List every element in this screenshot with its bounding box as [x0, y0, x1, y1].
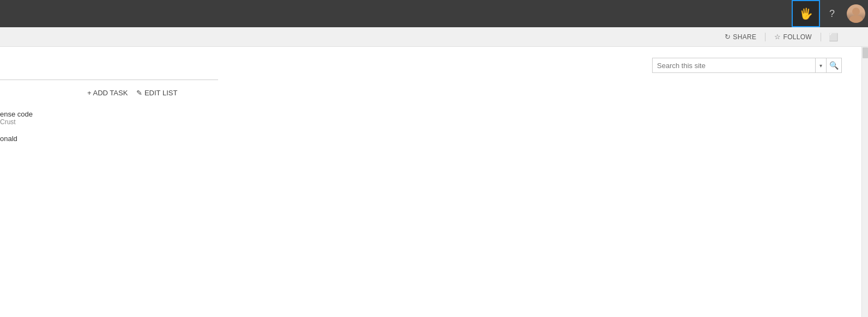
list-item: ense code Crust [0, 106, 229, 128]
search-area: ▾ 🔍 [652, 58, 842, 73]
hand-icon: 🖐 [799, 7, 813, 20]
scrollbar[interactable] [861, 47, 868, 317]
task-title-2: onald [0, 135, 229, 143]
hand-button[interactable]: 🖐 [792, 0, 820, 27]
sub-bar: ↻ SHARE ☆ FOLLOW ⬜ [0, 27, 868, 47]
task-title-1: ense code [0, 110, 229, 118]
fullscreen-icon: ⬜ [829, 33, 838, 41]
sub-bar-actions: ↻ SHARE ☆ FOLLOW ⬜ [720, 29, 841, 45]
search-icon: 🔍 [829, 61, 839, 70]
top-bar-actions: 🖐 ? [792, 0, 868, 27]
task-list: ense code Crust onald [0, 101, 229, 145]
separator-2 [821, 33, 821, 41]
edit-list-label: ✎ EDIT LIST [136, 89, 177, 97]
share-icon: ↻ [725, 33, 731, 41]
left-content: + ADD TASK ✎ EDIT LIST ense code Crust o… [0, 47, 229, 317]
share-button[interactable]: ↻ SHARE [720, 31, 761, 43]
follow-button[interactable]: ☆ FOLLOW [770, 31, 816, 43]
help-button[interactable]: ? [820, 0, 844, 27]
search-input[interactable] [653, 58, 815, 72]
follow-icon: ☆ [774, 33, 781, 41]
help-icon: ? [829, 8, 835, 20]
scrollbar-thumb [863, 47, 868, 58]
add-task-label: + ADD TASK [87, 89, 128, 97]
separator [765, 33, 765, 41]
share-label: SHARE [733, 33, 756, 41]
task-subtitle-1: Crust [0, 118, 229, 126]
list-item: onald [0, 128, 229, 145]
chevron-down-icon: ▾ [819, 63, 822, 69]
divider-line [0, 80, 218, 80]
main-content: ▾ 🔍 + ADD TASK ✎ EDIT LIST ense code Cru… [0, 47, 868, 317]
search-button[interactable]: 🔍 [827, 58, 842, 73]
avatar-circle [847, 4, 865, 23]
search-box: ▾ [652, 58, 827, 73]
fullscreen-button[interactable]: ⬜ [825, 29, 841, 45]
avatar-face [847, 4, 865, 23]
search-dropdown-arrow[interactable]: ▾ [815, 58, 826, 72]
add-task-button[interactable]: + ADD TASK [87, 89, 128, 97]
follow-label: FOLLOW [783, 33, 812, 41]
edit-list-button[interactable]: ✎ EDIT LIST [136, 89, 177, 97]
top-bar: 🖐 ? [0, 0, 868, 27]
task-actions: + ADD TASK ✎ EDIT LIST [0, 84, 229, 101]
avatar[interactable] [844, 0, 868, 27]
